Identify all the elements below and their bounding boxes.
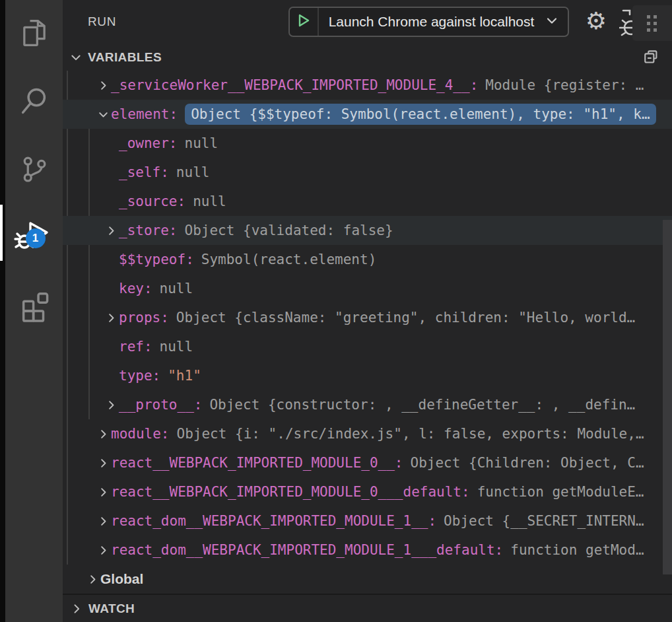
variable-name: react__WEBPACK_IMPORTED_MODULE_0__: <box>111 455 403 471</box>
sidebar-item-search[interactable] <box>5 68 63 134</box>
variable-value: null <box>176 164 210 180</box>
twistie-spacer <box>103 164 119 180</box>
variable-row[interactable]: react_dom__WEBPACK_IMPORTED_MODULE_1__:O… <box>63 506 672 536</box>
source-control-icon <box>17 152 51 186</box>
gripper-dots-icon[interactable] <box>647 15 657 32</box>
variable-name: _self: <box>119 164 169 180</box>
chevron-right-icon[interactable] <box>103 310 119 326</box>
variable-name: react_dom__WEBPACK_IMPORTED_MODULE_1__: <box>111 513 436 529</box>
variable-row[interactable]: key:null <box>63 274 672 303</box>
chevron-right-icon[interactable] <box>103 223 119 238</box>
variable-row[interactable]: type:"h1" <box>63 361 672 390</box>
variable-row[interactable]: _serviceWorker__WEBPACK_IMPORTED_MODULE_… <box>63 71 672 100</box>
collapse-all-icon[interactable] <box>640 47 661 68</box>
chevron-right-icon[interactable] <box>95 513 111 529</box>
variable-name: $$typeof: <box>119 252 194 267</box>
launch-config-dropdown[interactable]: Launch Chrome against localhost <box>288 7 569 37</box>
scrollbar[interactable] <box>663 220 672 574</box>
variable-name: __proto__: <box>119 397 202 413</box>
variable-name: _store: <box>119 223 178 238</box>
sidebar-item-source-control[interactable] <box>5 136 63 202</box>
scope-row[interactable]: Global <box>63 565 672 594</box>
partial-debug-icon <box>619 7 634 38</box>
twistie-spacer <box>103 193 119 209</box>
variable-value: Object {__SECRET_INTERN… <box>444 513 644 529</box>
variable-value: Object {className: "greeting", children:… <box>176 310 635 326</box>
twistie-spacer <box>103 339 119 355</box>
variable-value: "h1" <box>168 368 201 384</box>
panel-title: RUN <box>88 15 116 29</box>
activity-bar: 1 <box>0 0 63 622</box>
variable-value: null <box>193 193 226 209</box>
active-view-indicator <box>0 205 3 261</box>
sidebar-item-extensions[interactable] <box>5 272 63 338</box>
variable-row[interactable]: element:Object {$$typeof: Symbol(react.e… <box>63 100 672 129</box>
variable-row[interactable]: react__WEBPACK_IMPORTED_MODULE_0__:Objec… <box>63 448 672 477</box>
run-debug-icon: 1 <box>14 217 55 258</box>
variable-name: _source: <box>119 193 185 209</box>
search-icon <box>17 84 51 118</box>
variables-section-title: VARIABLES <box>88 50 162 65</box>
chevron-right-icon[interactable] <box>95 455 111 471</box>
variable-value: Object {Children: Object, C… <box>411 455 644 471</box>
scope-name: Global <box>100 571 143 587</box>
chevron-right-icon[interactable] <box>95 484 111 500</box>
variable-row[interactable]: module:Object {i: "./src/index.js", l: f… <box>63 419 672 448</box>
twistie-spacer <box>103 368 119 384</box>
start-debugging-button[interactable] <box>290 8 319 36</box>
variable-name: element: <box>111 106 178 122</box>
twistie-spacer <box>103 135 119 151</box>
chevron-right-icon[interactable] <box>69 602 84 615</box>
variable-value: Object {i: "./src/index.js", l: false, e… <box>177 426 644 442</box>
variable-row[interactable]: ref:null <box>63 332 672 361</box>
sidebar-item-explorer[interactable] <box>5 0 63 66</box>
debug-toolbar-fragment[interactable] <box>632 5 672 41</box>
twistie-spacer <box>103 281 119 296</box>
variable-value: null <box>185 135 218 151</box>
chevron-right-icon[interactable] <box>84 571 100 587</box>
chevron-right-icon[interactable] <box>95 542 111 558</box>
sidebar-item-run-debug[interactable]: 1 <box>5 204 63 270</box>
variable-row[interactable]: _owner:null <box>63 129 672 158</box>
panel-title-bar: RUN Launch Chrome against localhost ⚙ <box>63 0 672 44</box>
variable-value: null <box>160 281 193 296</box>
chevron-right-icon[interactable] <box>95 77 111 93</box>
variable-name: module: <box>111 426 170 442</box>
variable-value: Object {$$typeof: Symbol(react.element),… <box>185 104 655 125</box>
variable-value: Symbol(react.element) <box>201 252 377 267</box>
variable-row[interactable]: _self:null <box>63 158 672 187</box>
variable-row[interactable]: $$typeof:Symbol(react.element) <box>63 245 672 274</box>
gear-icon[interactable]: ⚙ <box>582 5 611 37</box>
variable-row[interactable]: props:Object {className: "greeting", chi… <box>63 303 672 332</box>
variable-name: props: <box>119 310 169 326</box>
variable-value: Object {constructor: , __defineGetter__:… <box>209 397 635 413</box>
chevron-right-icon[interactable] <box>95 426 111 442</box>
variables-section-header[interactable]: VARIABLES <box>63 44 672 71</box>
variable-value: Module {register: … <box>485 77 644 93</box>
variable-value: function getModuleE… <box>477 484 644 500</box>
extensions-icon <box>16 287 53 324</box>
variable-name: type: <box>119 368 160 384</box>
variable-value: Object {validated: false} <box>185 223 393 238</box>
chevron-down-icon <box>544 13 560 31</box>
variable-value: null <box>160 339 193 355</box>
variable-row[interactable]: _store:Object {validated: false} <box>63 216 672 245</box>
chevron-down-icon[interactable] <box>95 106 111 122</box>
launch-config-name: Launch Chrome against localhost <box>319 14 544 30</box>
variable-row[interactable]: react__WEBPACK_IMPORTED_MODULE_0___defau… <box>63 477 672 506</box>
variable-name: _owner: <box>119 135 178 151</box>
chevron-right-icon[interactable] <box>103 397 119 413</box>
editor-edge <box>0 0 5 622</box>
variable-row[interactable]: react_dom__WEBPACK_IMPORTED_MODULE_1___d… <box>63 536 672 565</box>
debug-badge: 1 <box>26 228 46 248</box>
watch-section-header[interactable]: WATCH <box>63 594 672 622</box>
variable-row[interactable]: __proto__:Object {constructor: , __defin… <box>63 390 672 419</box>
variable-name: react__WEBPACK_IMPORTED_MODULE_0___defau… <box>111 484 470 500</box>
watch-section-title: WATCH <box>88 602 135 616</box>
variable-name: ref: <box>119 339 152 355</box>
chevron-down-icon[interactable] <box>68 50 84 65</box>
run-debug-panel: RUN Launch Chrome against localhost ⚙ <box>63 0 672 622</box>
play-icon <box>296 13 311 31</box>
variable-row[interactable]: _source:null <box>63 187 672 216</box>
variable-name: _serviceWorker__WEBPACK_IMPORTED_MODULE_… <box>111 77 478 93</box>
